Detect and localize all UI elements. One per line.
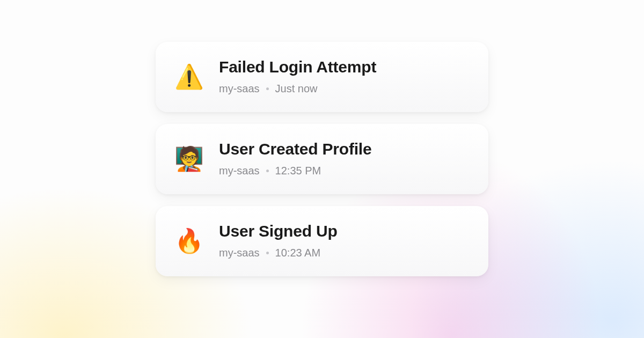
event-body: User Signed Up my-saas 10:23 AM <box>219 222 470 259</box>
meta-separator-icon <box>266 170 269 172</box>
fire-icon: 🔥 <box>174 226 204 256</box>
event-body: User Created Profile my-saas 12:35 PM <box>219 140 470 177</box>
meta-separator-icon <box>266 252 269 254</box>
teacher-icon: 🧑‍🏫 <box>174 144 204 174</box>
event-card[interactable]: 🧑‍🏫 User Created Profile my-saas 12:35 P… <box>156 124 488 194</box>
event-source: my-saas <box>219 83 260 95</box>
event-title: Failed Login Attempt <box>219 58 470 76</box>
event-source: my-saas <box>219 165 260 177</box>
event-meta: my-saas 12:35 PM <box>219 165 470 177</box>
event-time: Just now <box>275 83 318 95</box>
event-meta: my-saas 10:23 AM <box>219 247 470 259</box>
event-feed: ⚠️ Failed Login Attempt my-saas Just now… <box>156 42 488 338</box>
event-title: User Signed Up <box>219 222 470 240</box>
meta-separator-icon <box>266 87 269 90</box>
event-card[interactable]: 🔥 User Signed Up my-saas 10:23 AM <box>156 206 488 276</box>
event-meta: my-saas Just now <box>219 83 470 95</box>
event-time: 12:35 PM <box>275 165 321 177</box>
warning-icon: ⚠️ <box>174 62 204 92</box>
event-time: 10:23 AM <box>275 247 321 259</box>
event-source: my-saas <box>219 247 260 259</box>
event-body: Failed Login Attempt my-saas Just now <box>219 58 470 95</box>
event-card[interactable]: ⚠️ Failed Login Attempt my-saas Just now <box>156 42 488 112</box>
event-title: User Created Profile <box>219 140 470 158</box>
